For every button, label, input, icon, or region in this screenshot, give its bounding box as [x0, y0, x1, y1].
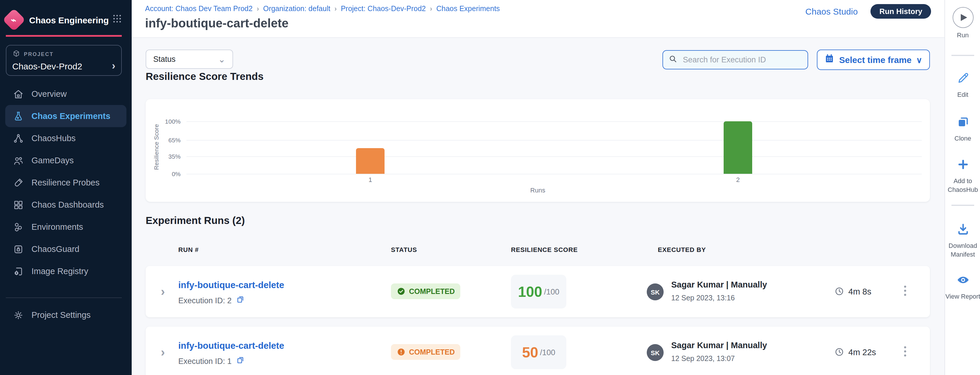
sidebar-item-environments[interactable]: Environments: [0, 216, 132, 238]
breadcrumb-separator: ›: [334, 5, 337, 13]
sidebar-item-label: ChaosHubs: [32, 134, 76, 143]
edit-experiment-button[interactable]: Edit: [945, 71, 980, 99]
sidebar-item-label: GameDays: [32, 156, 74, 165]
clock-icon: [834, 347, 844, 357]
sidebar-item-resilience-probes[interactable]: Resilience Probes: [0, 171, 132, 194]
alert-circle-icon: [397, 348, 406, 356]
chevron-down-icon: ⌄: [218, 57, 226, 62]
play-icon[interactable]: [952, 7, 973, 28]
status-label: COMPLETED: [409, 287, 455, 295]
probe-tube-icon: [12, 177, 24, 188]
app-window: ⌁ Chaos Engineering PROJECT: [0, 0, 980, 375]
copy-icon[interactable]: [235, 356, 244, 366]
status-filter-dropdown[interactable]: Status ⌄: [146, 49, 233, 69]
row-menu-icon[interactable]: [900, 284, 910, 300]
sidebar-item-label: Resilience Probes: [32, 178, 100, 187]
app-name: Chaos Engineering: [29, 15, 112, 25]
download-manifest-button[interactable]: Download Manifest: [945, 222, 980, 259]
view-report-label: View Report: [945, 292, 980, 301]
project-label: PROJECT: [24, 51, 54, 57]
time-frame-selector[interactable]: Select time frame ∨: [817, 49, 930, 70]
run-experiment-button[interactable]: Run: [945, 7, 980, 40]
breadcrumb-organization[interactable]: Organization: default: [263, 5, 330, 13]
chart-y-tick-label: 0%: [150, 170, 181, 177]
module-grid-icon[interactable]: [112, 13, 123, 26]
breadcrumb-project[interactable]: Project: Chaos-Dev-Prod2: [341, 5, 426, 13]
table-row[interactable]: › infy-boutique-cart-delete Execution ID…: [146, 266, 930, 317]
brand-underline: [6, 35, 122, 37]
flask-icon: [12, 110, 24, 122]
sidebar-item-project-settings[interactable]: Project Settings: [0, 304, 132, 326]
page-title: infy-boutique-cart-delete: [145, 16, 288, 30]
breadcrumb-separator: ›: [430, 5, 432, 13]
sidebar-item-label: Project Settings: [32, 310, 91, 319]
add-to-chaoshub-label: Add to ChaosHub: [945, 177, 980, 194]
status-badge: COMPLETED: [391, 283, 461, 299]
hexagons-icon: [12, 221, 24, 233]
score-total: /100: [540, 348, 555, 357]
chart-gridline: [186, 174, 922, 174]
column-header-run: RUN #: [178, 246, 199, 253]
lock-shield-icon: [12, 243, 24, 255]
main-content: Status ⌄ Select time frame ∨: [132, 38, 945, 375]
sidebar-item-chaosguard[interactable]: ChaosGuard: [0, 238, 132, 260]
copy-icon[interactable]: [235, 295, 244, 306]
gear-icon: [12, 309, 24, 321]
chart-plot-area: Resilience Score Runs 100%65%35%0%12: [146, 99, 930, 202]
chart-section-title: Resilience Score Trends: [146, 70, 264, 83]
chart-gridline: [186, 140, 922, 140]
sidebar-item-gamedays[interactable]: GameDays: [0, 149, 132, 171]
project-selector[interactable]: PROJECT Chaos-Dev-Prod2 ›: [6, 45, 122, 76]
action-rail: Run Edit Clone: [945, 0, 980, 375]
sidebar-item-chaos-experiments[interactable]: Chaos Experiments: [5, 105, 126, 127]
chart-category-label: 1: [359, 176, 382, 183]
avatar: SK: [647, 344, 663, 361]
logo-glyph: ⌁: [11, 16, 17, 24]
download-manifest-label: Download Manifest: [945, 241, 980, 259]
sidebar-item-overview[interactable]: Overview: [0, 83, 132, 105]
chart-y-axis-label: Resilience Score: [153, 120, 160, 174]
expand-chevron-icon[interactable]: ›: [161, 285, 165, 297]
breadcrumb-chaos-experiments[interactable]: Chaos Experiments: [436, 5, 500, 13]
plus-icon: [956, 158, 970, 174]
view-report-button[interactable]: View Report: [945, 273, 980, 301]
chevron-down-icon: ∨: [916, 55, 922, 64]
sidebar-item-label: Chaos Dashboards: [32, 200, 104, 209]
chevron-right-icon: ›: [112, 61, 115, 71]
breadcrumb-account[interactable]: Account: Chaos Dev Team Prod2: [145, 5, 253, 13]
executed-at: 12 Sep 2023, 13:07: [671, 354, 735, 363]
run-name-link[interactable]: infy-boutique-cart-delete: [178, 280, 284, 290]
chart-y-tick-label: 65%: [150, 136, 181, 144]
run-name-link[interactable]: infy-boutique-cart-delete: [178, 341, 284, 351]
table-row[interactable]: › infy-boutique-cart-delete Execution ID…: [146, 327, 930, 375]
pencil-icon: [956, 71, 970, 88]
chart-bar[interactable]: [724, 121, 752, 174]
registry-doc-gear-icon: [12, 265, 24, 277]
chaos-studio-link[interactable]: Chaos Studio: [805, 6, 858, 16]
resilience-score-box: 100 /100: [511, 275, 566, 308]
add-to-chaoshub-button[interactable]: Add to ChaosHub: [945, 158, 980, 194]
page-header: Account: Chaos Dev Team Prod2 › Organiza…: [132, 0, 945, 38]
people-icon: [12, 155, 24, 166]
chaos-engineering-logo-icon: ⌁: [2, 8, 25, 31]
search-input[interactable]: [682, 55, 802, 65]
sidebar-item-label: Environments: [32, 222, 83, 231]
sidebar-item-image-registry[interactable]: Image Registry: [0, 260, 132, 282]
expand-chevron-icon[interactable]: ›: [161, 346, 165, 358]
run-history-button[interactable]: Run History: [871, 4, 931, 19]
search-icon: [668, 54, 678, 65]
sidebar-item-chaoshubs[interactable]: ChaosHubs: [0, 127, 132, 149]
sidebar-item-chaos-dashboards[interactable]: Chaos Dashboards: [0, 194, 132, 216]
chart-gridline: [186, 156, 922, 157]
dashboard-grid-icon: [12, 199, 24, 211]
row-menu-icon[interactable]: [900, 345, 910, 361]
chart-bar[interactable]: [356, 148, 385, 174]
chart-gridline: [186, 121, 922, 122]
runs-table-header: RUN # STATUS RESILIENCE SCORE EXECUTED B…: [146, 246, 930, 255]
column-header-status: STATUS: [391, 246, 417, 253]
clone-experiment-button[interactable]: Clone: [945, 115, 980, 143]
score-value: 100: [518, 283, 542, 300]
run-label: Run: [957, 31, 969, 40]
rail-divider: [951, 55, 974, 56]
rail-divider: [951, 205, 974, 206]
